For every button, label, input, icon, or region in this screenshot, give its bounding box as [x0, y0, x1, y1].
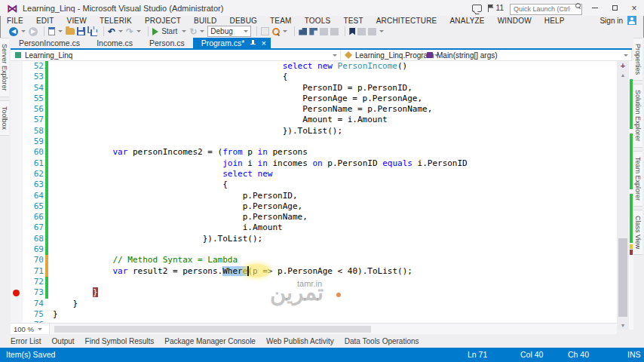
- code-text[interactable]: var personIncomes2 = (from p in persons: [48, 147, 308, 158]
- breakpoint-margin[interactable]: [11, 104, 23, 115]
- breakpoint-margin[interactable]: [11, 169, 23, 179]
- code-text[interactable]: [48, 277, 53, 287]
- code-line-60[interactable]: 60 var personIncomes2 = (from p in perso…: [11, 147, 617, 158]
- code-text[interactable]: i.Amount: [48, 222, 283, 233]
- code-line-68[interactable]: 68 }).ToList();: [11, 234, 617, 244]
- code-text[interactable]: PersonAge = p.PersonAge,: [48, 94, 422, 104]
- breakpoint-margin[interactable]: [11, 266, 23, 277]
- find-in-files-button[interactable]: [271, 26, 280, 37]
- chevron-down-icon[interactable]: [58, 30, 63, 32]
- breakpoint-margin[interactable]: [11, 234, 23, 244]
- navigate-forward-button[interactable]: ▶: [29, 26, 38, 37]
- chevron-down-icon[interactable]: [379, 30, 384, 32]
- disabled-tool-button[interactable]: [330, 26, 339, 37]
- code-text[interactable]: [48, 137, 53, 147]
- tool-window-tab[interactable]: Package Manager Console: [164, 337, 256, 345]
- menu-item[interactable]: ANALYZE: [449, 17, 484, 25]
- code-text[interactable]: select new: [48, 169, 272, 179]
- properties-window-button[interactable]: [309, 26, 317, 37]
- code-text[interactable]: // Method Syntax = Lambda: [48, 255, 238, 265]
- code-text[interactable]: {: [48, 72, 287, 82]
- disabled-tool-button[interactable]: [261, 26, 269, 37]
- disabled-tool-button[interactable]: [320, 26, 328, 37]
- menu-item[interactable]: HELP: [544, 17, 565, 25]
- breakpoint-margin[interactable]: [11, 277, 23, 287]
- disabled-tool-button[interactable]: [368, 26, 376, 37]
- menu-item[interactable]: PROJECT: [145, 17, 181, 25]
- code-text[interactable]: p.PersonAge,: [48, 201, 302, 212]
- breakpoint-margin[interactable]: [11, 309, 23, 320]
- menu-item[interactable]: FILE: [7, 17, 23, 25]
- code-text[interactable]: }).ToList();: [48, 126, 342, 137]
- save-button[interactable]: [77, 26, 85, 37]
- breakpoint-margin[interactable]: [11, 115, 23, 125]
- horizontal-scrollbar[interactable]: 100 %: [11, 323, 617, 334]
- menu-item[interactable]: TELERIK: [100, 17, 132, 25]
- tool-window-tab[interactable]: Properties: [633, 38, 642, 81]
- code-text[interactable]: Amount = i.Amount: [48, 115, 388, 125]
- open-file-button[interactable]: [66, 26, 75, 37]
- document-tab[interactable]: Program.cs*×: [193, 38, 271, 48]
- tool-window-tab[interactable]: Web Publish Activity: [266, 337, 334, 345]
- disabled-tool-button[interactable]: [357, 26, 366, 37]
- code-line-62[interactable]: 62 select new: [11, 169, 617, 179]
- new-file-button[interactable]: [48, 26, 55, 37]
- code-line-67[interactable]: 67 i.Amount: [11, 222, 617, 233]
- solution-configuration-dropdown[interactable]: Debug: [207, 26, 251, 37]
- breakpoint-margin[interactable]: [11, 94, 23, 104]
- code-line-75[interactable]: 75}: [11, 309, 617, 320]
- sign-in[interactable]: Sign in: [600, 16, 636, 25]
- breakpoint-margin[interactable]: [11, 287, 23, 298]
- breakpoint-margin[interactable]: [11, 83, 23, 94]
- scrollbar-thumb[interactable]: [54, 326, 371, 333]
- tool-window-tab[interactable]: Team Explorer: [633, 151, 642, 207]
- code-text[interactable]: var result2 = persons.Where(p => p.Perso…: [48, 266, 412, 277]
- menu-item[interactable]: DEBUG: [230, 17, 258, 25]
- code-text[interactable]: }: [48, 299, 78, 309]
- breakpoint-margin[interactable]: [11, 137, 23, 147]
- menu-item[interactable]: WINDOW: [498, 17, 532, 25]
- menu-item[interactable]: VIEW: [67, 17, 87, 25]
- code-text[interactable]: }: [48, 287, 98, 298]
- code-line-52[interactable]: 52 select new PersonIncome(): [11, 61, 617, 72]
- breakpoint-margin[interactable]: [11, 147, 23, 158]
- code-text[interactable]: }).ToList();: [48, 234, 262, 244]
- code-text[interactable]: }: [48, 309, 58, 320]
- code-line-54[interactable]: 54 PersonID = p.PersonID,: [11, 83, 617, 94]
- tool-window-tab[interactable]: Toolbox: [0, 100, 9, 136]
- bookmark-button[interactable]: [349, 26, 355, 37]
- minimize-button[interactable]: [588, 2, 602, 14]
- chevron-down-icon[interactable]: [21, 30, 26, 32]
- tool-window-tab[interactable]: Server Explorer: [0, 38, 9, 97]
- breakpoint-margin[interactable]: [11, 158, 23, 169]
- code-text[interactable]: PersonID = p.PersonID,: [48, 83, 412, 94]
- code-text[interactable]: p.PersonID,: [48, 191, 298, 201]
- close-tab-icon[interactable]: ×: [261, 39, 265, 48]
- code-line-59[interactable]: 59: [11, 137, 617, 147]
- menu-item[interactable]: TEST: [343, 17, 363, 25]
- navigate-back-button[interactable]: ◀: [9, 26, 18, 37]
- code-line-71[interactable]: 71 var result2 = persons.Where(p => p.Pe…: [11, 266, 617, 277]
- breakpoint-margin[interactable]: [11, 222, 23, 233]
- breakpoint-margin[interactable]: [11, 212, 23, 222]
- code-line-65[interactable]: 65 p.PersonAge,: [11, 201, 617, 212]
- chevron-down-icon[interactable]: [118, 30, 123, 32]
- code-line-57[interactable]: 57 Amount = i.Amount: [11, 115, 617, 125]
- undo-button[interactable]: ↶: [108, 26, 115, 37]
- scroll-down-icon[interactable]: ▼: [617, 321, 629, 330]
- menu-item[interactable]: BUILD: [194, 17, 216, 25]
- breakpoint-margin[interactable]: [11, 61, 23, 72]
- editor-split-handle[interactable]: +: [617, 61, 629, 70]
- redo-button[interactable]: ↷: [126, 26, 133, 37]
- pin-icon[interactable]: [250, 40, 256, 47]
- breakpoint-icon[interactable]: [13, 290, 20, 296]
- code-line-64[interactable]: 64 p.PersonID,: [11, 191, 617, 201]
- document-tab[interactable]: PersonIncome.cs: [11, 38, 88, 48]
- scrollbar-thumb[interactable]: [618, 238, 627, 317]
- menu-item[interactable]: ARCHITECTURE: [376, 17, 437, 25]
- breakpoint-margin[interactable]: [11, 201, 23, 212]
- code-line-69[interactable]: 69: [11, 244, 617, 255]
- menu-item[interactable]: EDIT: [36, 17, 54, 25]
- code-text[interactable]: {: [48, 179, 228, 190]
- code-text[interactable]: [48, 244, 53, 255]
